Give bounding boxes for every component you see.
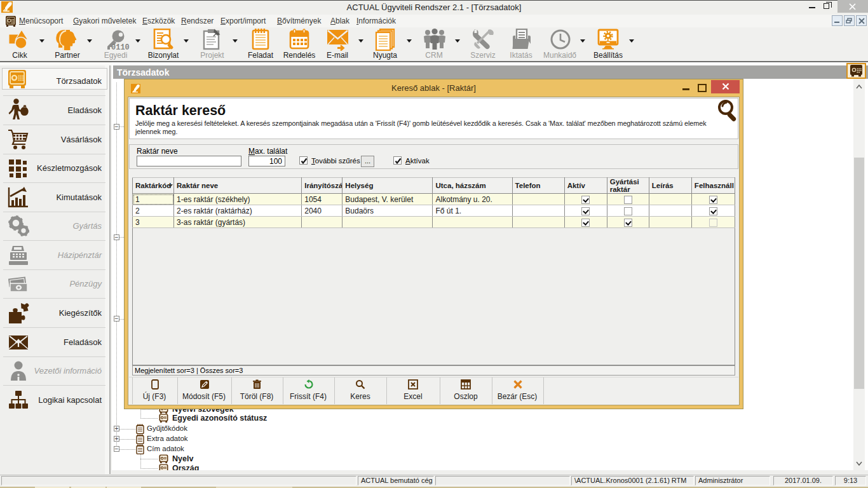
svg-text:0110: 0110 [111,43,130,51]
